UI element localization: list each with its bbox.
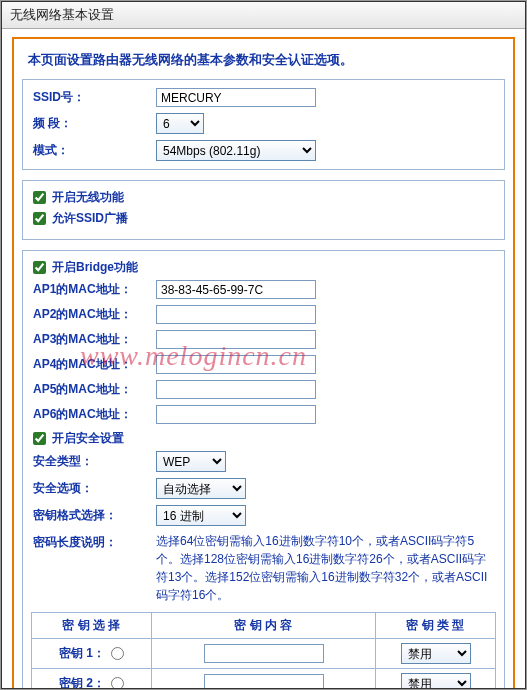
- wireless-enable-group: 开启无线功能 允许SSID广播: [22, 180, 505, 240]
- content-area: 本页面设置路由器无线网络的基本参数和安全认证选项。 SSID号： 频 段： 6 …: [2, 29, 525, 688]
- basic-group: SSID号： 频 段： 6 模式： 54Mbps (802.11g): [22, 79, 505, 170]
- mode-select[interactable]: 54Mbps (802.11g): [156, 140, 316, 161]
- key-content-input[interactable]: [204, 644, 324, 663]
- main-panel: 本页面设置路由器无线网络的基本参数和安全认证选项。 SSID号： 频 段： 6 …: [12, 37, 515, 688]
- security-option-label: 安全选项：: [31, 480, 156, 497]
- key-content-input[interactable]: [204, 674, 324, 688]
- mode-label: 模式：: [31, 142, 156, 159]
- allow-ssid-broadcast-checkbox[interactable]: [33, 212, 46, 225]
- enable-wireless-checkbox[interactable]: [33, 191, 46, 204]
- key-select-radio[interactable]: [111, 647, 124, 660]
- bridge-mac-input[interactable]: [156, 280, 316, 299]
- key-type-select[interactable]: 禁用: [401, 643, 471, 664]
- key-col-select: 密 钥 选 择: [32, 613, 152, 639]
- key-table: 密 钥 选 择 密 钥 内 容 密 钥 类 型 密钥 1：禁用密钥 2：禁用密钥…: [31, 612, 496, 688]
- window: 无线网络基本设置 本页面设置路由器无线网络的基本参数和安全认证选项。 SSID号…: [1, 1, 526, 689]
- bridge-mac-input[interactable]: [156, 305, 316, 324]
- key-row: 密钥 1：禁用: [32, 639, 496, 669]
- key-select-radio[interactable]: [111, 677, 124, 688]
- enable-bridge-label: 开启Bridge功能: [52, 259, 138, 276]
- bridge-mac-list: AP1的MAC地址：AP2的MAC地址：AP3的MAC地址：AP4的MAC地址：…: [31, 280, 496, 424]
- security-option-select[interactable]: 自动选择: [156, 478, 246, 499]
- key-col-content: 密 钥 内 容: [152, 613, 376, 639]
- key-row-label: 密钥 2：: [59, 676, 105, 688]
- allow-ssid-broadcast-label: 允许SSID广播: [52, 210, 128, 227]
- key-row: 密钥 2：禁用: [32, 669, 496, 689]
- bridge-mac-label: AP4的MAC地址：: [31, 356, 156, 373]
- bridge-mac-label: AP5的MAC地址：: [31, 381, 156, 398]
- security-type-label: 安全类型：: [31, 453, 156, 470]
- bridge-mac-label: AP3的MAC地址：: [31, 331, 156, 348]
- bridge-mac-label: AP1的MAC地址：: [31, 281, 156, 298]
- enable-bridge-checkbox[interactable]: [33, 261, 46, 274]
- bridge-mac-row: AP4的MAC地址：: [31, 355, 496, 374]
- key-col-type: 密 钥 类 型: [376, 613, 496, 639]
- enable-security-checkbox[interactable]: [33, 432, 46, 445]
- bridge-mac-input[interactable]: [156, 330, 316, 349]
- bridge-mac-row: AP3的MAC地址：: [31, 330, 496, 349]
- bridge-mac-row: AP1的MAC地址：: [31, 280, 496, 299]
- band-select[interactable]: 6: [156, 113, 204, 134]
- bridge-mac-row: AP2的MAC地址：: [31, 305, 496, 324]
- bridge-mac-label: AP2的MAC地址：: [31, 306, 156, 323]
- key-format-label: 密钥格式选择：: [31, 507, 156, 524]
- bridge-mac-label: AP6的MAC地址：: [31, 406, 156, 423]
- enable-wireless-label: 开启无线功能: [52, 189, 124, 206]
- bridge-mac-input[interactable]: [156, 405, 316, 424]
- bridge-mac-row: AP5的MAC地址：: [31, 380, 496, 399]
- bridge-security-group: 开启Bridge功能 AP1的MAC地址：AP2的MAC地址：AP3的MAC地址…: [22, 250, 505, 688]
- bridge-mac-input[interactable]: [156, 355, 316, 374]
- window-title: 无线网络基本设置: [2, 2, 525, 29]
- key-length-label: 密码长度说明：: [31, 532, 156, 551]
- enable-security-label: 开启安全设置: [52, 430, 124, 447]
- key-row-label: 密钥 1：: [59, 646, 105, 660]
- ssid-label: SSID号：: [31, 89, 156, 106]
- ssid-input[interactable]: [156, 88, 316, 107]
- bridge-mac-input[interactable]: [156, 380, 316, 399]
- key-type-select[interactable]: 禁用: [401, 673, 471, 688]
- security-type-select[interactable]: WEP: [156, 451, 226, 472]
- intro-text: 本页面设置路由器无线网络的基本参数和安全认证选项。: [28, 51, 505, 69]
- key-format-select[interactable]: 16 进制: [156, 505, 246, 526]
- bridge-mac-row: AP6的MAC地址：: [31, 405, 496, 424]
- key-length-help: 选择64位密钥需输入16进制数字符10个，或者ASCII码字符5个。选择128位…: [156, 532, 496, 604]
- band-label: 频 段：: [31, 115, 156, 132]
